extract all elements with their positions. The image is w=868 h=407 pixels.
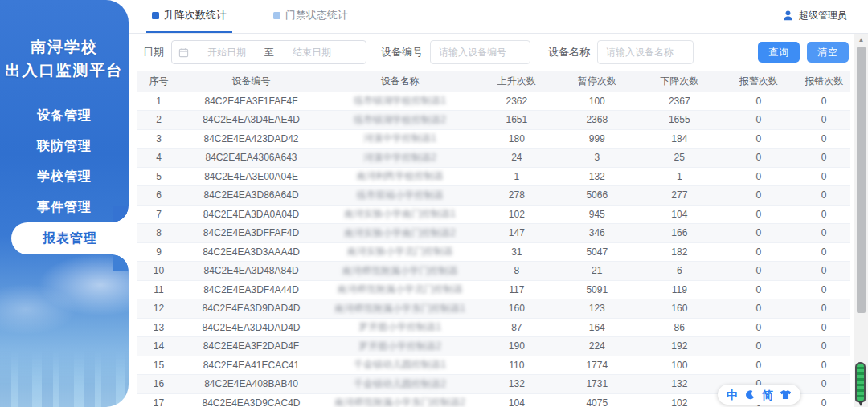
sidebar-item-4[interactable]: 事件管理 [0,192,129,222]
scrollbar-up-arrow-icon[interactable]: ▲ [854,36,868,43]
cell: 0 [797,280,850,299]
device-name-cell: 南浔实验小学北门控制器 [321,242,478,262]
cell: 17 [137,393,181,407]
cell: 2367 [639,92,719,111]
tab-label: 升降次数统计 [164,8,227,22]
tab-1[interactable]: 升降次数统计 [146,8,232,33]
device-name-cell: 练市镇湖学校控制器1 [321,92,478,111]
tab-2[interactable]: 门禁状态统计 [268,8,354,33]
cell: 0 [797,129,850,149]
filter-bar: 日期 至 设备编号 设备名称 查询 [129,34,868,71]
column-header: 设备名称 [321,71,478,92]
cell: 8 [137,224,181,243]
device-name-cell: 南浔师范附属小学北门控制器 [321,280,478,299]
device-name-cell: 南浔师范附属小学东门控制器1 [321,299,478,319]
cell: 0 [719,167,797,186]
sidebar-item-5[interactable]: 报表管理 [11,222,129,254]
date-start-input[interactable] [192,47,261,58]
ime-simplified-mode-icon[interactable]: 简 [762,389,773,401]
clear-button[interactable]: 清空 [807,42,849,63]
date-label: 日期 [143,45,164,59]
tab-marker-icon [273,12,280,19]
cell: 9 [137,242,181,262]
cell: 3 [555,149,639,168]
column-header: 序号 [137,71,181,92]
pen-battery-widget[interactable] [855,362,866,402]
cell: 1651 [478,111,555,130]
table-row: 1284C2E4EA3D9DAD4D南浔师范附属小学东门控制器116012316… [137,299,850,319]
scrollbar-thumb[interactable] [857,47,866,313]
cell: 0 [719,337,797,356]
cell: 0 [797,242,850,262]
date-range-picker[interactable]: 至 [171,40,366,64]
cell: 0 [797,262,850,281]
cell: 182 [639,242,719,262]
moon-icon[interactable] [744,389,755,401]
device-id-input[interactable] [430,40,530,64]
cell: 0 [797,337,850,356]
device-name-cell: 罗开图小学控制器1 [321,318,478,337]
cell: 25 [639,149,719,168]
cell: 84C2E4EA41ECAC41 [181,356,321,375]
cell: 7 [137,205,181,224]
table-row: 1484C2E4EA3F2DAD4F罗开图小学控制器219022419200 [137,337,850,356]
column-header: 报警次数 [719,71,797,92]
device-id-label: 设备编号 [381,45,423,59]
app-window: 南浔学校 出入口监测平台 设备管理联防管理学校管理事件管理报表管理 升降次数统计… [0,0,868,407]
cell: 0 [719,242,797,262]
calendar-icon [178,47,189,58]
sidebar-item-2[interactable]: 联防管理 [0,131,129,161]
cell: 84C2E4EA3D4DAD4D [181,318,321,337]
cell: 5091 [555,280,639,299]
cell: 6 [137,186,181,206]
cell: 84C2E4EA3D86A64D [181,186,321,206]
ime-chinese-mode-icon[interactable]: 中 [727,389,738,401]
cell: 102 [639,393,719,407]
device-name-label: 设备名称 [548,45,590,59]
cell: 11 [137,280,181,299]
sidebar: 南浔学校 出入口监测平台 设备管理联防管理学校管理事件管理报表管理 [0,0,129,407]
column-header: 下降次数 [639,71,719,92]
user-icon [782,10,794,22]
app-title-line1: 南浔学校 [0,35,129,59]
cell: 1774 [555,356,639,375]
cell: 84C2E4EA3E00A04E [181,167,321,186]
cell: 184 [639,129,719,149]
skin-shirt-icon[interactable] [780,389,792,401]
stats-table: 序号设备编号设备名称上升次数暂停次数下降次数报警次数报错次数 184C2E4EA… [137,71,850,407]
cell: 160 [478,299,555,319]
cell: 5 [137,167,181,186]
cell: 0 [797,111,850,130]
main-content: 升降次数统计门禁状态统计 超级管理员 日期 [129,0,868,407]
ime-toolbar[interactable]: 中 简 [718,385,800,405]
cell: 104 [639,205,719,224]
cell: 180 [478,129,555,149]
cell: 16 [137,375,181,394]
cell: 0 [797,318,850,337]
date-separator: 至 [261,46,277,59]
sidebar-item-3[interactable]: 学校管理 [0,161,129,192]
cell: 84C2E4EA3DFFAF4D [181,224,321,243]
sidebar-skyline-decoration [0,351,129,407]
user-menu[interactable]: 超级管理员 [782,9,847,22]
table-row: 784C2E4EA3DA0A04D南浔实验小学南门控制器110294510400 [137,205,850,224]
cell: 119 [639,280,719,299]
cell: 84C2E4EA4306A643 [181,149,321,168]
cell: 277 [639,186,719,206]
cell: 190 [478,337,555,356]
cell: 84C2E4EA3D48A84D [181,262,321,281]
sidebar-item-1[interactable]: 设备管理 [0,100,129,131]
stats-table-container: 序号设备编号设备名称上升次数暂停次数下降次数报警次数报错次数 184C2E4EA… [137,71,850,407]
cell: 102 [478,205,555,224]
cell: 84C2E4EA3DF4A44D [181,280,321,299]
device-name-input[interactable] [597,40,694,64]
search-button[interactable]: 查询 [758,42,800,63]
cell: 164 [555,318,639,337]
cell: 1655 [639,111,719,130]
cell: 104 [478,393,555,407]
vertical-scrollbar[interactable]: ▲ [854,34,868,407]
device-name-cell: 罗开图小学控制器2 [321,337,478,356]
cell: 31 [478,242,555,262]
cell: 132 [478,375,555,394]
date-end-input[interactable] [277,47,346,58]
